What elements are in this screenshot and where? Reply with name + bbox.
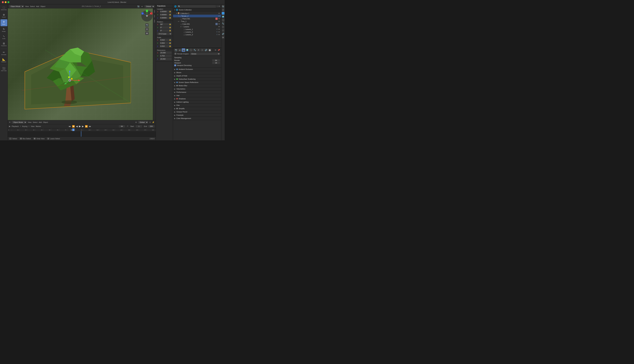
tree1-eye[interactable]: 👁 <box>218 20 220 22</box>
modifier-icon-btn[interactable]: 🔧 <box>193 48 196 52</box>
tl-view-menu[interactable]: View <box>31 126 34 127</box>
select-menu[interactable]: Select <box>30 6 35 7</box>
tool-annotate[interactable]: ✏ Annotate <box>0 50 7 56</box>
tool-transform[interactable]: ⊞ Transform <box>0 41 7 48</box>
step-forward-btn[interactable]: ▶ <box>82 125 84 128</box>
viewport-denoising-checkbox[interactable]: ✓ <box>174 64 176 66</box>
tool-select-box[interactable]: ⬚ Select Box <box>0 5 7 12</box>
terrain2-item[interactable]: ▾ △ Terrain_2 👁 <box>173 15 221 17</box>
bloom-header[interactable]: ▶ Bloom <box>173 71 221 74</box>
viewport-camera-icon[interactable]: 📷 <box>137 5 140 8</box>
cm-header[interactable]: ▶ Color Management <box>173 117 221 120</box>
object-menu[interactable]: Object <box>40 6 46 7</box>
world-icon-btn[interactable]: 🌍 <box>186 48 189 52</box>
play-btn[interactable]: ▶ <box>79 124 81 128</box>
mode-dropdown[interactable]: Object Mode <box>9 5 24 8</box>
ambient-occlusion-header[interactable]: ▶ Ambient Occlusion <box>173 68 221 71</box>
vol-header[interactable]: ▶ Volumetrics <box>173 87 221 90</box>
location-y-field[interactable]: 0.00000 🔒 <box>160 14 172 16</box>
indirect-header[interactable]: ▶ Indirect Lighting <box>173 100 221 104</box>
scale-y-field[interactable]: 0.004 🔒 <box>160 42 172 44</box>
vp-object-menu[interactable]: Object <box>43 121 48 123</box>
rotation-y-field[interactable]: 0° 🔒 <box>160 26 172 29</box>
leaves-item[interactable]: ▾ ○ Leaves 👁 <box>173 26 221 28</box>
end-frame[interactable]: 250 <box>148 125 154 128</box>
close-button[interactable] <box>2 1 4 3</box>
viewport-samples-value[interactable]: 16 <box>212 62 220 64</box>
navigation-gizmo[interactable]: X Y Z <box>141 10 153 22</box>
leaves1-eye[interactable]: 👁 <box>218 28 220 30</box>
tool-add-cube[interactable]: ⬛ Add Cube <box>0 66 7 73</box>
leaves2-eye[interactable]: 👁 <box>218 31 220 33</box>
render-icon-btn[interactable]: 📷 <box>174 48 178 52</box>
rotation-z-field[interactable]: 0° 🔒 <box>160 29 172 32</box>
constraints-props-icon[interactable]: 🔗 <box>222 32 224 35</box>
global-dropdown[interactable]: Global <box>138 121 148 124</box>
step-back-btn[interactable]: ◀ <box>76 125 78 128</box>
prop-settings-icon[interactable]: ⚙ <box>215 49 216 51</box>
maximize-button[interactable] <box>8 1 9 3</box>
leaves3-item[interactable]: △ Leaves_3 ▽ 👁 <box>173 33 221 36</box>
tool-scale[interactable]: ⤡ Scale <box>0 34 7 40</box>
scale-z-field[interactable]: 0.010 🔒 <box>160 45 172 48</box>
cube001-eye[interactable]: 👁 <box>218 23 220 25</box>
data-props-icon[interactable]: ◉ <box>222 36 224 39</box>
scale-x-field[interactable]: 0.010 🔒 <box>160 39 172 41</box>
keying-menu[interactable]: Keying <box>22 126 28 127</box>
tree1-item[interactable]: ▾ ○ Tree_1 👁 <box>173 20 221 22</box>
constraints-icon-btn[interactable]: 🔗 <box>204 48 208 52</box>
render-engine-select[interactable]: Eevee <box>190 52 220 55</box>
terrain2-eye[interactable]: 👁 <box>218 15 220 17</box>
world-props-icon[interactable]: 🌍 <box>222 15 224 18</box>
jump-start-btn[interactable]: ⏮ <box>68 125 71 128</box>
vp-select-menu[interactable]: Select <box>33 121 38 123</box>
jump-end-btn[interactable]: ⏭ <box>88 125 92 128</box>
snap-icon[interactable]: ⊕ <box>135 121 137 123</box>
minimize-button[interactable] <box>5 1 6 3</box>
sss-header[interactable]: ▶ Subsurface Scattering <box>173 78 221 81</box>
tool-tab[interactable]: Tool <box>153 14 156 18</box>
leaves2-item[interactable]: △ Leaves_2 ▽ 👁 <box>173 30 221 33</box>
object-icon-btn[interactable]: ⬛ <box>189 48 193 52</box>
particles-props-icon[interactable]: ✦ <box>222 26 224 28</box>
outliner-filter-icon[interactable]: ▽ <box>216 5 218 7</box>
marker-menu[interactable]: Marker <box>36 126 41 127</box>
viewport-3d[interactable]: X Y Z 📷 ⊞ ◉ <box>8 8 156 120</box>
coll1-eye[interactable]: 👁 <box>218 12 220 14</box>
prop-pin-icon[interactable]: 📌 <box>218 49 220 51</box>
grid-view-icon[interactable]: ⊞ <box>145 28 149 31</box>
start-frame[interactable]: 1 <box>136 125 142 128</box>
plane001-item[interactable]: △ Plane 001 👁 <box>173 17 221 20</box>
next-keyframe-btn[interactable]: ⏩ <box>85 125 88 128</box>
camera-persp-icon[interactable]: 📷 <box>145 24 149 27</box>
add-menu[interactable]: Add <box>36 6 39 7</box>
cube001-item[interactable]: △ Cube.001 👁 <box>173 22 221 26</box>
tool-cursor[interactable]: ⊕ Cursor <box>0 12 7 19</box>
physics-props-icon[interactable]: ⚛ <box>222 29 224 32</box>
timeline-ruler-area[interactable]: 0 10 20 30 40 50 60 70 <box>8 128 156 136</box>
window-controls[interactable] <box>2 1 9 3</box>
motionblur-header[interactable]: ▶ Motion Blur <box>173 84 221 87</box>
physics-icon-btn[interactable]: ⚛ <box>200 48 204 52</box>
render-preview-icon[interactable]: ◉ <box>145 32 149 35</box>
perf-header[interactable]: ▶ Performance <box>173 90 221 94</box>
tool-measure[interactable]: 📐 Measure <box>0 57 7 64</box>
shading-dropdown[interactable]: Global <box>144 5 154 8</box>
prev-keyframe-btn[interactable]: ⏪ <box>72 125 75 128</box>
location-x-field[interactable]: 0.00000 🔒 <box>160 10 172 13</box>
rotation-x-field[interactable]: 90° 🔒 <box>160 23 172 26</box>
vp-view-menu[interactable]: View <box>28 121 32 123</box>
output-icon-btn[interactable]: 🖨 <box>178 48 182 52</box>
proportional-icon[interactable]: ⊙ <box>149 121 151 123</box>
dim-y-field[interactable]: 0.754 <box>160 54 172 57</box>
item-tab[interactable]: Item <box>153 9 156 14</box>
dim-x-field[interactable]: 20.008 <box>160 52 172 54</box>
scene-props-icon[interactable]: 🌐 <box>222 12 224 15</box>
object-mode-select[interactable]: Object Mode <box>12 121 26 124</box>
film-header[interactable]: ▶ Film <box>173 104 221 107</box>
collection-1-item[interactable]: ▾ 📦 Collection 1 👁 <box>173 12 221 15</box>
particles-icon-btn[interactable]: ✦ <box>197 48 200 52</box>
leaves3-eye[interactable]: 👁 <box>218 34 220 36</box>
dim-z-field[interactable]: 20.002 <box>160 58 172 60</box>
view-menu[interactable]: View <box>25 6 29 7</box>
